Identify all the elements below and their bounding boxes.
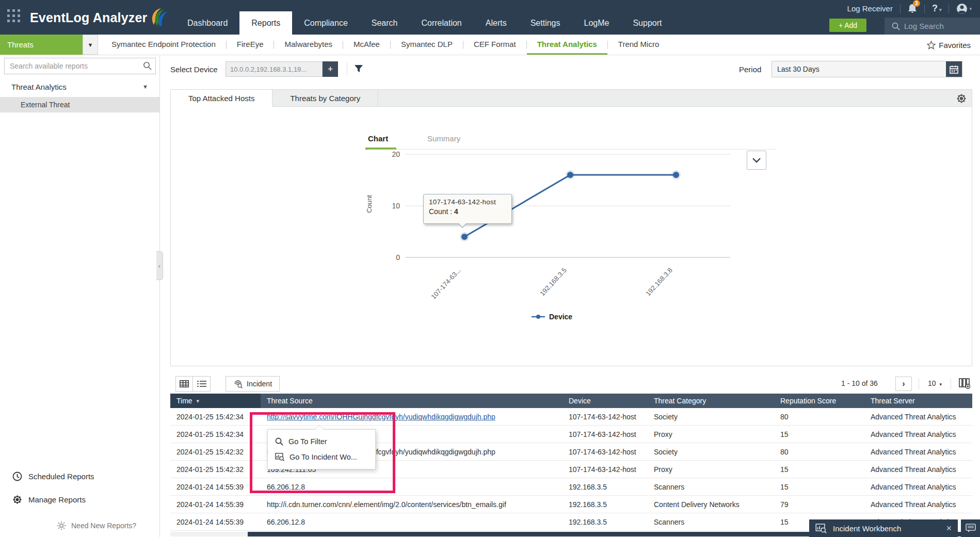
report-category-bar: Threats ▼ Symantec Endpoint ProtectionFi… [0,35,980,55]
context-menu-item-label: Go To Incident Wo... [290,453,357,461]
manage-columns-icon[interactable] [959,378,970,389]
subnav-fireeye[interactable]: FireEye [227,35,274,55]
subnav-trend-micro[interactable]: Trend Micro [608,35,669,55]
column-header-threat-category[interactable]: Threat Category [648,394,774,408]
report-category-dropdown[interactable]: Threats ▼ [0,35,98,55]
nav-dashboard[interactable]: Dashboard [175,11,239,35]
next-page-button[interactable]: › [895,377,912,391]
sidebar-section-threat-analytics[interactable]: Threat Analytics ▼ [0,78,159,95]
search-icon [275,437,283,446]
y-axis-title: Count [365,195,373,213]
nav-compliance[interactable]: Compliance [292,11,359,35]
cell-source: http://savvytime.com/IOHHGujhgdfcgvfdyh/… [261,408,563,425]
column-header-reputation-score[interactable]: Reputation Score [774,394,864,408]
context-menu-go-to-incident-workbench[interactable]: Go To Incident Wo... [268,449,375,465]
cell-value: 192.168.3.5 [569,483,607,491]
column-header-threat-source[interactable]: Threat Source [261,394,563,408]
period-picker[interactable]: Last 30 Days [772,61,962,77]
search-icon[interactable] [143,61,152,70]
subnav-mcafee[interactable]: McAfee [343,35,390,55]
cell-device: 107-174-63-142-host [563,426,648,443]
chart-options-button[interactable] [747,151,766,170]
close-icon[interactable]: × [946,523,952,534]
scheduled-reports-button[interactable]: Scheduled Reports [0,467,159,485]
threat-source-link[interactable]: http://savvytime.com/IOHHGujhgdfcgvfdyh/… [267,413,495,421]
sidebar-item-label: External Threat [21,101,70,109]
report-tabbar: Top Attacked HostsThreats by Category [170,89,972,107]
nav-correlation[interactable]: Correlation [410,11,474,35]
brand-swirl-icon [151,7,168,28]
subnav-cef-format[interactable]: CEF Format [463,35,526,55]
bulb-icon [57,521,66,530]
subnav-threat-analytics[interactable]: Threat Analytics [527,35,607,55]
cell-server: Advanced Threat Analytics [864,461,972,478]
cell-time: 2024-01-24 14:55:39 [170,496,261,513]
context-menu-go-to-filter[interactable]: Go To Filter [268,434,375,449]
nav-alerts[interactable]: Alerts [474,11,519,35]
report-settings-gear-icon[interactable] [956,93,967,104]
data-point-1[interactable] [567,172,573,178]
cell-value: Advanced Threat Analytics [871,448,956,456]
cell-server: Advanced Threat Analytics [864,408,972,425]
device-input[interactable] [226,61,323,77]
cell-category: Society [648,443,774,460]
cell-value: 2024-01-24 14:55:39 [176,500,244,509]
user-menu[interactable]: ▾ [956,3,972,14]
app-logo[interactable]: EventLog Analyzer [30,7,168,28]
help-menu[interactable]: ?▾ [932,3,942,14]
list-view-button[interactable] [193,376,211,392]
add-device-button[interactable]: + [323,61,338,77]
cell-value: 15 [780,430,789,438]
incident-button-label: Incident [247,380,272,388]
log-receiver-link[interactable]: Log Receiver [847,4,893,13]
incident-workbench-bar[interactable]: Incident Workbench × [809,519,958,537]
page-size-dropdown[interactable]: 10 ▾ [928,379,942,387]
tab-chart[interactable]: Chart [368,134,388,143]
report-search-input[interactable] [4,58,156,74]
nav-logme[interactable]: LogMe [572,11,621,35]
cell-value: Advanced Threat Analytics [871,483,956,491]
data-point-2[interactable] [673,172,679,178]
need-new-reports-button[interactable]: Need New Reports? [57,521,136,530]
incident-workbench-label: Incident Workbench [833,524,901,533]
incident-button[interactable]: Incident [226,376,280,392]
chevron-down-icon: ▼ [83,35,98,55]
table-row[interactable]: 2024-01-24 14:55:3966.206.12.8192.168.3.… [170,478,972,496]
app-launcher-icon[interactable] [7,9,24,26]
manage-reports-button[interactable]: Manage Reports [0,491,159,508]
notifications-bell-icon[interactable]: 3 [908,4,917,14]
filter-funnel-icon[interactable] [354,64,363,73]
nav-support[interactable]: Support [621,11,673,35]
data-point-0[interactable] [461,234,468,240]
subnav-malwarebytes[interactable]: Malwarebytes [274,35,343,55]
subnav-symantec-dlp[interactable]: Symantec DLP [391,35,463,55]
chat-button[interactable] [961,519,980,537]
nav-search[interactable]: Search [360,11,410,35]
column-header-time[interactable]: Time▾ [170,394,261,408]
cell-category: Scanners [648,513,774,530]
sidebar-item-external-threat[interactable]: External Threat [0,97,159,112]
table-row[interactable]: 2024-01-25 15:42:34http://savvytime.com/… [170,408,972,426]
grid-view-button[interactable] [175,376,193,392]
tab-top-attacked-hosts[interactable]: Top Attacked Hosts [171,90,272,107]
nav-reports[interactable]: Reports [239,11,292,35]
nav-settings[interactable]: Settings [519,11,572,35]
tab-summary[interactable]: Summary [427,134,460,143]
favorites-button[interactable]: Favorites [927,35,971,55]
log-search-button[interactable]: Log Search [885,18,980,35]
column-header-device[interactable]: Device [563,394,648,408]
cell-value: Proxy [654,465,672,474]
cell-value: Advanced Threat Analytics [871,465,956,474]
column-header-threat-server[interactable]: Threat Server [864,394,972,408]
log-search-label: Log Search [904,22,944,30]
sidebar-collapse-handle[interactable]: ‹ [156,251,163,280]
chart-legend[interactable]: Device [532,313,572,321]
calendar-icon[interactable] [946,61,962,77]
tab-threats-by-category[interactable]: Threats by Category [272,90,378,106]
period-value: Last 30 Days [777,65,820,73]
table-row[interactable]: 2024-01-24 14:55:39http://i.cdn.turner.c… [170,496,972,513]
chevron-down-icon: ▼ [142,84,148,90]
add-button[interactable]: + Add [829,19,866,32]
subnav-symantec-endpoint-protection[interactable]: Symantec Endpoint Protection [101,35,226,55]
cell-server: Advanced Threat Analytics [864,426,972,443]
